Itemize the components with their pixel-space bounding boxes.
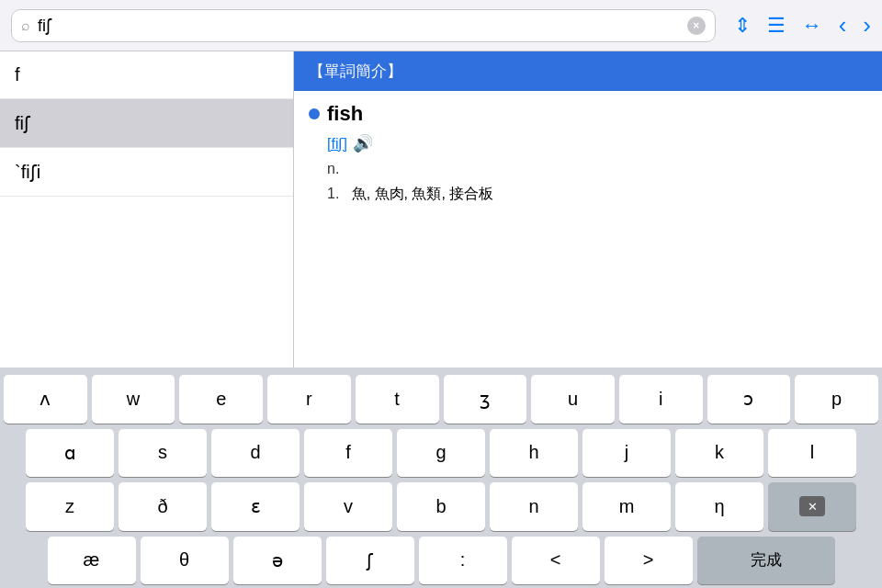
part-of-speech: n. [327, 161, 867, 177]
key-t[interactable]: t [356, 375, 439, 424]
toolbar-icons: ⇕ ☰ ↔ ‹ › [734, 11, 871, 40]
key-d[interactable]: d [211, 429, 300, 478]
search-input[interactable]: fiʃ [38, 16, 680, 36]
key-ɛ[interactable]: ɛ [211, 482, 300, 531]
key-p[interactable]: p [795, 375, 878, 424]
next-icon[interactable]: › [863, 11, 871, 40]
top-bar: ⌕ fiʃ × ⇕ ☰ ↔ ‹ › [0, 0, 882, 51]
keyboard: ʌ w e r t ʒ u i ɔ p ɑ s d f g h j k l z … [0, 368, 882, 588]
keyboard-row-4: æ θ ə ʃ : < > 完成 [4, 537, 878, 585]
key-ð[interactable]: ð [119, 482, 207, 531]
key-colon[interactable]: : [419, 537, 507, 585]
phonetic-line: [fiʃ] 🔊 [327, 133, 867, 153]
dict-header: 【單詞簡介】 [294, 51, 882, 91]
key-ɔ[interactable]: ɔ [707, 375, 791, 424]
clear-icon: × [693, 19, 699, 32]
definition-number: 1. [327, 186, 339, 201]
key-æ[interactable]: æ [48, 537, 136, 585]
content-area: f fiʃ `fiʃi 【單詞簡介】 fish [fiʃ] 🔊 n. 1. 魚,… [0, 51, 882, 368]
key-gt[interactable]: > [605, 537, 693, 585]
key-g[interactable]: g [397, 429, 485, 478]
key-s[interactable]: s [119, 429, 207, 478]
key-b[interactable]: b [397, 482, 485, 531]
backspace-icon: ✕ [799, 496, 825, 516]
key-v[interactable]: v [304, 482, 392, 531]
clear-button[interactable]: × [687, 17, 706, 35]
search-icon: ⌕ [21, 17, 30, 34]
dict-bullet [309, 108, 320, 119]
key-z[interactable]: z [26, 482, 114, 531]
expand-icon[interactable]: ↔ [802, 14, 822, 38]
speaker-icon[interactable]: 🔊 [353, 133, 373, 153]
menu-icon[interactable]: ☰ [767, 14, 786, 38]
key-u[interactable]: u [531, 375, 615, 424]
key-k[interactable]: k [675, 429, 763, 478]
key-j[interactable]: j [582, 429, 671, 478]
key-lt[interactable]: < [512, 537, 600, 585]
keyboard-row-1: ʌ w e r t ʒ u i ɔ p [4, 375, 878, 424]
key-ə[interactable]: ə [233, 537, 322, 585]
keyboard-row-3: z ð ɛ v b n m η ✕ [4, 482, 878, 531]
sort-icon[interactable]: ⇕ [734, 14, 751, 38]
definition-text: 魚, 魚肉, 魚類, 接合板 [352, 186, 494, 201]
phonetic-text[interactable]: [fiʃ] [327, 135, 347, 153]
keyboard-row-2: ɑ s d f g h j k l [4, 429, 878, 478]
key-e[interactable]: e [179, 375, 263, 424]
definition-line: 1. 魚, 魚肉, 魚類, 接合板 [327, 183, 867, 205]
key-w[interactable]: w [92, 375, 175, 424]
suggestion-item-fish[interactable]: fiʃ [0, 99, 293, 148]
dict-word: fish [327, 102, 363, 126]
suggestion-item-f[interactable]: f [0, 51, 293, 99]
search-wrapper: ⌕ fiʃ × [11, 9, 716, 42]
suggestion-item-fishi[interactable]: `fiʃi [0, 148, 293, 197]
key-f[interactable]: f [304, 429, 392, 478]
dict-panel: 【單詞簡介】 fish [fiʃ] 🔊 n. 1. 魚, 魚肉, 魚類, 接合板 [294, 51, 882, 368]
key-done[interactable]: 完成 [697, 537, 835, 585]
key-ʒ[interactable]: ʒ [444, 375, 527, 424]
key-θ[interactable]: θ [141, 537, 229, 585]
suggestions-panel: f fiʃ `fiʃi [0, 51, 294, 368]
key-a[interactable]: ɑ [26, 429, 114, 478]
key-backspace[interactable]: ✕ [768, 482, 856, 531]
key-m[interactable]: m [582, 482, 671, 531]
key-n[interactable]: n [490, 482, 578, 531]
key-i[interactable]: i [619, 375, 703, 424]
prev-icon[interactable]: ‹ [839, 11, 847, 40]
key-ʌ[interactable]: ʌ [4, 375, 87, 424]
key-η[interactable]: η [675, 482, 763, 531]
key-ʃ[interactable]: ʃ [326, 537, 414, 585]
key-r[interactable]: r [267, 375, 351, 424]
key-l[interactable]: l [768, 429, 856, 478]
dict-content: fish [fiʃ] 🔊 n. 1. 魚, 魚肉, 魚類, 接合板 [294, 91, 882, 216]
dict-word-line: fish [309, 102, 867, 126]
key-h[interactable]: h [490, 429, 578, 478]
